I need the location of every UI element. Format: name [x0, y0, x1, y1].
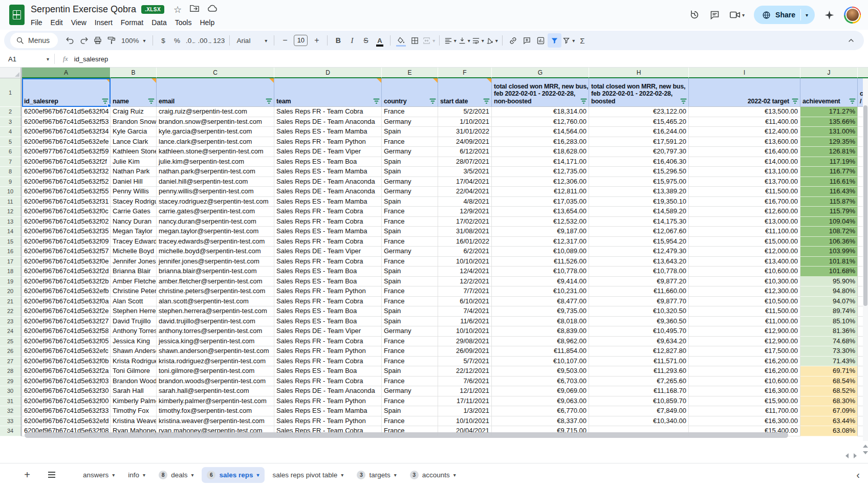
scroll-left-arrow-icon[interactable]: [845, 453, 849, 458]
cell-D17[interactable]: Sales Reps FR - Team Cobra: [274, 257, 382, 267]
cell-D2[interactable]: Sales Reps FR - Team Cobra: [274, 107, 382, 117]
cell-I20[interactable]: €12,300.00: [689, 286, 800, 297]
cell-J24[interactable]: 81.36%: [800, 326, 858, 337]
row-header-7[interactable]: 7: [0, 157, 22, 167]
cell-H13[interactable]: €14,175.30: [589, 217, 689, 227]
tab-caret-icon[interactable]: ▾: [394, 472, 397, 478]
cell-A29[interactable]: 6200ef967b67c41d5e632f03: [22, 377, 111, 387]
cell-G32[interactable]: €6,770.00: [492, 406, 589, 416]
cell-G12[interactable]: €13,654.00: [492, 207, 589, 217]
cell-C27[interactable]: krista.rodriguez@serpentin-test.com: [157, 357, 274, 367]
header-cell-target[interactable]: 2022-02 target: [689, 78, 800, 107]
cell-I19[interactable]: €10,300.00: [689, 277, 800, 287]
cell-G14[interactable]: €9,187.00: [492, 227, 589, 237]
cell-G21[interactable]: €8,477.00: [492, 297, 589, 307]
row-header-26[interactable]: 26: [0, 346, 22, 357]
cell-C11[interactable]: stacey.rodriguez@serpentin-test.com: [157, 197, 274, 207]
cell-G16[interactable]: €10,089.00: [492, 247, 589, 257]
menu-tools[interactable]: Tools: [171, 18, 196, 27]
cell-D21[interactable]: Sales Reps FR - Team Cobra: [274, 297, 382, 307]
row-header-23[interactable]: 23: [0, 317, 22, 327]
row-header-27[interactable]: 27: [0, 357, 22, 367]
cell-E17[interactable]: France: [382, 257, 438, 267]
cell-I21[interactable]: €10,500.00: [689, 297, 800, 307]
row-header-5[interactable]: 5: [0, 137, 22, 147]
cell-E27[interactable]: France: [382, 357, 438, 367]
decrease-font-size-button[interactable]: −: [278, 33, 292, 48]
cell-G15[interactable]: €12,317.00: [492, 237, 589, 247]
cell-C21[interactable]: alan.scott@serpentin-test.com: [157, 297, 274, 307]
cell-F31[interactable]: 17/11/2021: [438, 396, 492, 407]
cell-H22[interactable]: €10,320.50: [589, 306, 689, 317]
cell-E20[interactable]: France: [382, 286, 438, 297]
italic-button[interactable]: I: [345, 33, 359, 48]
cell-B29[interactable]: Brandon Woods: [111, 377, 157, 387]
fill-color-button[interactable]: [394, 33, 408, 48]
cell-G4[interactable]: €14,564.00: [492, 127, 589, 137]
cell-G26[interactable]: €11,854.00: [492, 346, 589, 357]
cell-H31[interactable]: €10,859.70: [589, 396, 689, 407]
cell-E28[interactable]: Spain: [382, 366, 438, 377]
cell-D4[interactable]: Sales Reps ES - Team Mamba: [274, 127, 382, 137]
cell-C16[interactable]: michelle.boyd@serpentin-test.com: [157, 247, 274, 257]
cell-H24[interactable]: €10,495.70: [589, 326, 689, 337]
cell-G22[interactable]: €9,735.00: [492, 306, 589, 317]
row-header-16[interactable]: 16: [0, 247, 22, 257]
row-header-33[interactable]: 33: [0, 416, 22, 427]
cell-I4[interactable]: €12,400.00: [689, 127, 800, 137]
cell-E29[interactable]: France: [382, 377, 438, 387]
cell-B15[interactable]: Tracey Edwards: [111, 237, 157, 247]
cell-H33[interactable]: €10,340.00: [589, 416, 689, 427]
hide-menus-button[interactable]: [844, 33, 858, 48]
cell-D32[interactable]: Sales Reps ES - Team Mamba: [274, 406, 382, 416]
row-header-4[interactable]: 4: [0, 127, 22, 137]
cell-C25[interactable]: jessica.king@serpentin-test.com: [157, 337, 274, 347]
cell-I12[interactable]: €12,600.00: [689, 207, 800, 217]
cell-J17[interactable]: 101.81%: [800, 257, 858, 267]
cell-B32[interactable]: Timothy Fox: [111, 406, 157, 416]
create-filter-button[interactable]: [548, 33, 561, 48]
cell-G10[interactable]: €12,811.00: [492, 187, 589, 197]
cell-B20[interactable]: Christine Peters: [111, 286, 157, 297]
cell-D31[interactable]: Sales Reps FR - Team Python: [274, 396, 382, 407]
vertical-scrollbar-thumb[interactable]: [863, 105, 867, 306]
cell-J31[interactable]: 68.30%: [800, 396, 858, 407]
cell-G30[interactable]: €9,069.00: [492, 386, 589, 396]
cell-F14[interactable]: 31/08/2021: [438, 227, 492, 237]
column-filter-icon[interactable]: [148, 98, 155, 104]
cell-H12[interactable]: €14,589.20: [589, 207, 689, 217]
cell-I32[interactable]: €11,700.00: [689, 406, 800, 416]
header-cell-start_date[interactable]: start date: [438, 78, 492, 107]
document-title[interactable]: Serpentin Exercise Qobra: [31, 4, 136, 15]
column-header-F[interactable]: F: [438, 68, 492, 78]
row-header-15[interactable]: 15: [0, 237, 22, 247]
cell-F13[interactable]: 17/02/2021: [438, 217, 492, 227]
tab-caret-icon[interactable]: ▾: [112, 472, 115, 478]
header-cell-mrr_boosted[interactable]: total closed won MRR, new bus,feb 2022-0…: [589, 78, 689, 107]
cell-E9[interactable]: Germany: [382, 177, 438, 187]
row-header-21[interactable]: 21: [0, 297, 22, 307]
functions-button[interactable]: Σ: [575, 33, 589, 48]
cell-G11[interactable]: €17,035.00: [492, 197, 589, 207]
cell-A7[interactable]: 6200ef967b67c41d5e632f2f: [22, 157, 111, 167]
cell-E2[interactable]: France: [382, 107, 438, 117]
cell-A33[interactable]: 6200ef967b67c41d5e632efd: [22, 416, 111, 427]
column-filter-icon[interactable]: [792, 98, 798, 104]
print-button[interactable]: [91, 33, 104, 48]
column-header-J[interactable]: J: [800, 68, 858, 78]
cell-F17[interactable]: 10/10/2021: [438, 257, 492, 267]
cell-H16[interactable]: €12,479.30: [589, 247, 689, 257]
scroll-down-arrow-icon[interactable]: [863, 451, 868, 454]
cell-G6[interactable]: €18,628.00: [492, 147, 589, 157]
cell-E25[interactable]: France: [382, 337, 438, 347]
cell-J32[interactable]: 67.09%: [800, 406, 858, 416]
cell-D13[interactable]: Sales Reps FR - Team Cobra: [274, 217, 382, 227]
cell-I29[interactable]: €10,600.00: [689, 377, 800, 387]
column-header-E[interactable]: E: [382, 68, 438, 78]
cell-E4[interactable]: Spain: [382, 127, 438, 137]
cell-G7[interactable]: €14,171.00: [492, 157, 589, 167]
cell-C18[interactable]: brianna.blair@serpentin-test.com: [157, 267, 274, 277]
cell-G33[interactable]: €8,337.00: [492, 416, 589, 427]
cell-E24[interactable]: Germany: [382, 326, 438, 337]
cell-F27[interactable]: 5/7/2021: [438, 357, 492, 367]
